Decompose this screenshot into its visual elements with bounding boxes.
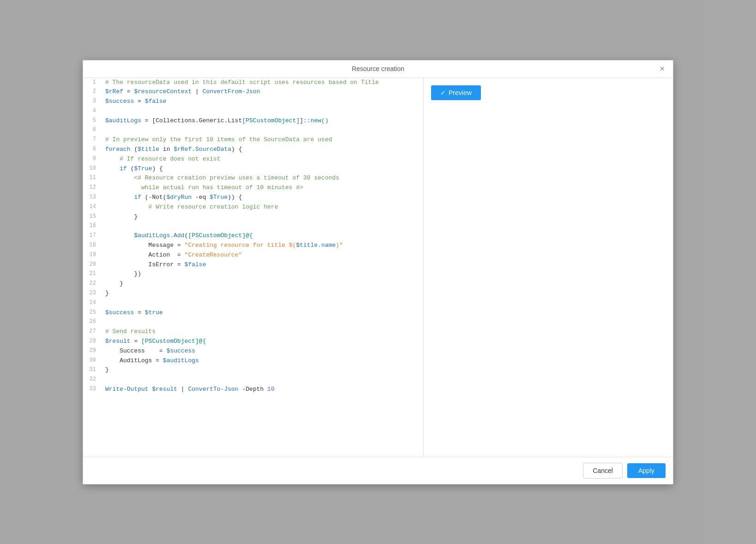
line-number: 28 bbox=[83, 337, 102, 347]
table-row: 5$auditLogs = [Collections.Generic.List[… bbox=[83, 116, 423, 126]
line-number: 18 bbox=[83, 241, 102, 251]
line-number: 1 bbox=[83, 78, 102, 88]
line-number: 26 bbox=[83, 317, 102, 327]
dialog-title: Resource creation bbox=[352, 65, 404, 72]
line-number: 23 bbox=[83, 289, 102, 299]
line-code bbox=[102, 299, 423, 308]
close-button[interactable]: × bbox=[657, 64, 667, 74]
table-row: 10 if ($True) { bbox=[83, 164, 423, 174]
preview-panel: ✓ Preview bbox=[424, 78, 673, 457]
dialog-body: 1# The resourceData used in this default… bbox=[83, 78, 673, 457]
table-row: 11 <# Resource creation preview uses a t… bbox=[83, 173, 423, 183]
cancel-button[interactable]: Cancel bbox=[583, 463, 623, 478]
line-code: IsError = $false bbox=[102, 260, 423, 270]
table-row: 23} bbox=[83, 289, 423, 299]
line-number: 21 bbox=[83, 269, 102, 279]
line-code bbox=[102, 126, 423, 135]
line-number: 29 bbox=[83, 347, 102, 356]
line-number: 33 bbox=[83, 385, 102, 395]
line-number: 31 bbox=[83, 365, 102, 375]
line-code: $success = $false bbox=[102, 97, 423, 107]
line-code: $auditLogs.Add([PSCustomObject]@{ bbox=[102, 231, 423, 241]
table-row: 8foreach ($title in $rRef.SourceData) { bbox=[83, 145, 423, 155]
line-code: if (-Not($dryRun -eq $True)) { bbox=[102, 193, 423, 203]
table-row: 4 bbox=[83, 107, 423, 116]
line-code: # The resourceData used in this default … bbox=[102, 78, 423, 88]
table-row: 24 bbox=[83, 299, 423, 308]
line-number: 7 bbox=[83, 135, 102, 145]
table-row: 21 }) bbox=[83, 269, 423, 279]
table-row: 1# The resourceData used in this default… bbox=[83, 78, 423, 88]
line-code: } bbox=[102, 289, 423, 299]
table-row: 16 bbox=[83, 221, 423, 231]
line-code: <# Resource creation preview uses a time… bbox=[102, 173, 423, 183]
table-row: 30 AuditLogs = $auditLogs bbox=[83, 356, 423, 366]
line-number: 11 bbox=[83, 173, 102, 183]
table-row: 26 bbox=[83, 317, 423, 327]
line-number: 6 bbox=[83, 126, 102, 135]
table-row: 32 bbox=[83, 375, 423, 385]
line-code: $result = [PSCustomObject]@{ bbox=[102, 337, 423, 347]
line-code: $auditLogs = [Collections.Generic.List[P… bbox=[102, 116, 423, 126]
line-code: Action = "CreateResource" bbox=[102, 251, 423, 260]
table-row: 3$success = $false bbox=[83, 97, 423, 107]
line-code: # If resource does not exist bbox=[102, 155, 423, 164]
line-code: # In preview only the first 10 items of … bbox=[102, 135, 423, 145]
table-row: 6 bbox=[83, 126, 423, 135]
line-code: # Send results bbox=[102, 327, 423, 337]
dialog-header: Resource creation × bbox=[83, 60, 673, 78]
line-number: 5 bbox=[83, 116, 102, 126]
line-code: $rRef = $resourceContext | ConvertFrom-J… bbox=[102, 87, 423, 97]
line-number: 13 bbox=[83, 193, 102, 203]
code-panel[interactable]: 1# The resourceData used in this default… bbox=[83, 78, 424, 457]
line-code: foreach ($title in $rRef.SourceData) { bbox=[102, 145, 423, 155]
line-code: } bbox=[102, 365, 423, 375]
line-code: Message = "Creating resource for title $… bbox=[102, 241, 423, 251]
line-number: 24 bbox=[83, 299, 102, 308]
preview-button[interactable]: ✓ Preview bbox=[431, 85, 481, 100]
line-number: 30 bbox=[83, 356, 102, 366]
table-row: 20 IsError = $false bbox=[83, 260, 423, 270]
apply-button[interactable]: Apply bbox=[627, 463, 666, 478]
line-code: # Write resource creation logic here bbox=[102, 203, 423, 212]
line-number: 9 bbox=[83, 155, 102, 164]
table-row: 27# Send results bbox=[83, 327, 423, 337]
table-row: 12 while actual run has timeout of 10 mi… bbox=[83, 183, 423, 193]
line-number: 15 bbox=[83, 212, 102, 222]
line-code bbox=[102, 107, 423, 116]
table-row: 9 # If resource does not exist bbox=[83, 155, 423, 164]
line-code: } bbox=[102, 212, 423, 222]
line-code: Success = $success bbox=[102, 347, 423, 356]
line-number: 32 bbox=[83, 375, 102, 385]
table-row: 25$success = $true bbox=[83, 308, 423, 318]
table-row: 31} bbox=[83, 365, 423, 375]
line-number: 17 bbox=[83, 231, 102, 241]
dialog: Resource creation × 1# The resourceData … bbox=[83, 60, 673, 484]
table-row: 13 if (-Not($dryRun -eq $True)) { bbox=[83, 193, 423, 203]
code-editor: 1# The resourceData used in this default… bbox=[83, 78, 423, 395]
line-code: Write-Output $result | ConvertTo-Json -D… bbox=[102, 385, 423, 395]
table-row: 7# In preview only the first 10 items of… bbox=[83, 135, 423, 145]
line-code bbox=[102, 221, 423, 231]
preview-button-label: Preview bbox=[449, 89, 472, 96]
table-row: 2$rRef = $resourceContext | ConvertFrom-… bbox=[83, 87, 423, 97]
line-code: while actual run has timeout of 10 minut… bbox=[102, 183, 423, 193]
dialog-footer: Cancel Apply bbox=[83, 457, 673, 484]
line-number: 2 bbox=[83, 87, 102, 97]
line-number: 27 bbox=[83, 327, 102, 337]
line-number: 14 bbox=[83, 203, 102, 212]
line-code bbox=[102, 375, 423, 385]
line-number: 10 bbox=[83, 164, 102, 174]
line-number: 8 bbox=[83, 145, 102, 155]
table-row: 14 # Write resource creation logic here bbox=[83, 203, 423, 212]
table-row: 19 Action = "CreateResource" bbox=[83, 251, 423, 260]
line-number: 4 bbox=[83, 107, 102, 116]
line-code: } bbox=[102, 279, 423, 289]
line-code: }) bbox=[102, 269, 423, 279]
line-number: 20 bbox=[83, 260, 102, 270]
table-row: 22 } bbox=[83, 279, 423, 289]
line-number: 22 bbox=[83, 279, 102, 289]
line-code: $success = $true bbox=[102, 308, 423, 318]
dialog-overlay: Resource creation × 1# The resourceData … bbox=[0, 0, 756, 544]
line-code: if ($True) { bbox=[102, 164, 423, 174]
